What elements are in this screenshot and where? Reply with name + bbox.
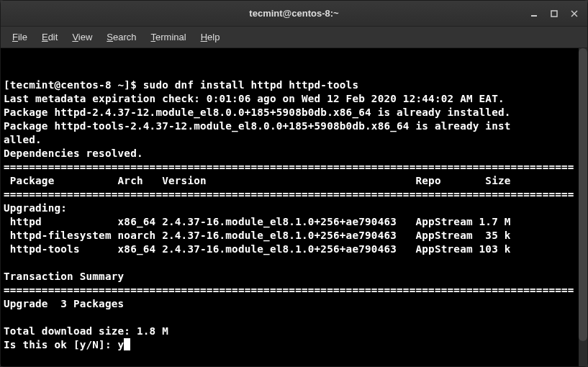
confirm-prompt: Is this ok [y/N]: bbox=[4, 339, 118, 350]
titlebar: tecmint@centos-8:~ bbox=[1, 1, 587, 27]
window-controls bbox=[524, 1, 584, 27]
table-row: httpd-filesystem noarch 2.4.37-16.module… bbox=[4, 230, 511, 241]
maximize-button[interactable] bbox=[544, 4, 564, 24]
scrollbar[interactable] bbox=[579, 48, 587, 366]
cursor bbox=[124, 338, 130, 350]
svg-rect-0 bbox=[531, 15, 537, 17]
svg-rect-1 bbox=[551, 11, 557, 17]
output-line: Package httpd-2.4.37-12.module_el8.0.0+1… bbox=[4, 107, 511, 118]
separator: ========================================… bbox=[4, 189, 574, 200]
user-input: y bbox=[118, 339, 125, 350]
prompt: [tecmint@centos-8 ~]$ bbox=[4, 79, 143, 91]
section-header: Transaction Summary bbox=[4, 271, 124, 282]
table-row: httpd x86_64 2.4.37-16.module_el8.1.0+25… bbox=[4, 216, 511, 227]
terminal-area[interactable]: [tecmint@centos-8 ~]$ sudo dnf install h… bbox=[1, 48, 587, 366]
menu-terminal[interactable]: Terminal bbox=[144, 29, 194, 45]
menu-file[interactable]: File bbox=[5, 29, 35, 45]
output-line: Last metadata expiration check: 0:01:06 … bbox=[4, 93, 505, 104]
output-line: Upgrade 3 Packages bbox=[4, 298, 124, 309]
close-button[interactable] bbox=[564, 4, 584, 24]
window-title: tecmint@centos-8:~ bbox=[249, 8, 338, 19]
separator: ========================================… bbox=[4, 284, 574, 296]
terminal-content: [tecmint@centos-8 ~]$ sudo dnf install h… bbox=[4, 78, 574, 352]
menu-view[interactable]: View bbox=[65, 29, 99, 45]
menubar: File Edit View Search Terminal Help bbox=[1, 27, 587, 48]
menu-edit[interactable]: Edit bbox=[35, 29, 65, 45]
table-header: Package Arch Version Repo Size bbox=[4, 175, 511, 186]
output-line: Package httpd-tools-2.4.37-12.module_el8… bbox=[4, 120, 511, 132]
command: sudo dnf install httpd httpd-tools bbox=[143, 79, 358, 91]
output-line: Dependencies resolved. bbox=[4, 148, 143, 159]
scroll-thumb[interactable] bbox=[579, 48, 587, 341]
separator: ========================================… bbox=[4, 161, 574, 173]
minimize-button[interactable] bbox=[524, 4, 544, 24]
output-line: alled. bbox=[4, 134, 42, 145]
table-row: httpd-tools x86_64 2.4.37-16.module_el8.… bbox=[4, 243, 511, 255]
menu-help[interactable]: Help bbox=[194, 29, 227, 45]
output-line: Total download size: 1.8 M bbox=[4, 325, 168, 337]
menu-search[interactable]: Search bbox=[99, 29, 143, 45]
section-header: Upgrading: bbox=[4, 202, 67, 214]
